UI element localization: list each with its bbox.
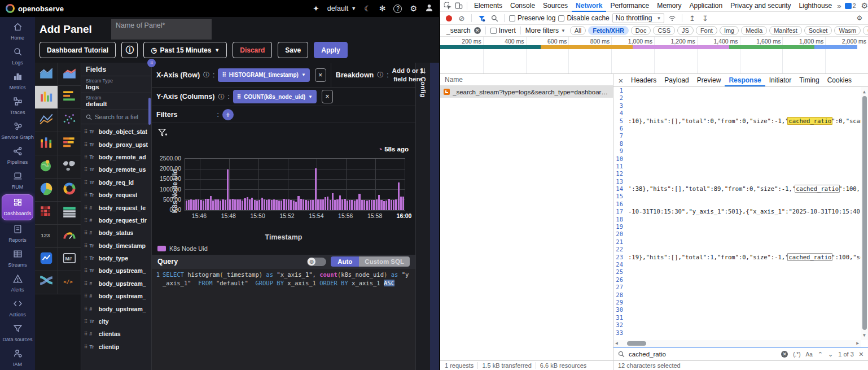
request-list-header[interactable]: Name [440,74,613,86]
filter-chip-fetch-xhr[interactable]: Fetch/XHR [588,26,629,35]
device-toolbar-icon[interactable] [454,1,464,11]
search-query-input[interactable]: cached_ratio [629,351,666,358]
chart-type-area-stacked[interactable] [58,63,81,86]
sidebar-item-home[interactable]: Home [0,19,35,44]
devtools-tab-memory[interactable]: Memory [653,0,685,12]
chart-type-maps[interactable] [58,155,81,179]
devtools-tab-console[interactable]: Console [506,0,539,12]
sidebar-item-iam[interactable]: IAM [0,346,35,370]
field-item[interactable]: ⠿#body_request_tir [81,214,151,227]
disable-cache-checkbox[interactable]: Disable cache [558,14,609,22]
fields-scrollbar[interactable] [148,98,151,125]
export-har-icon[interactable]: ↧ [700,13,710,23]
more-tabs-icon[interactable]: » [837,1,841,11]
slack-icon[interactable]: ✻ [379,4,386,13]
field-item[interactable]: ⠿Trbody_remote_ad [81,151,151,163]
field-item[interactable]: ⠿Trbody_req_id [81,176,151,189]
chart-type-html[interactable]: </> [58,271,81,294]
details-tab-preview[interactable]: Preview [693,75,725,86]
field-item[interactable]: ⠿Trbody_upstream_ [81,264,151,277]
field-item[interactable]: ⠿Trclientip [81,341,151,353]
chart-type-markdown[interactable]: M# [58,248,81,271]
settings-gear-icon[interactable]: ⚙ [860,1,868,11]
response-horizontal-scrollbar[interactable]: ◀▶ [613,340,861,347]
field-item[interactable]: ⠿Trcity [81,315,151,328]
import-har-icon[interactable]: ↥ [687,13,697,23]
chart-type-gauge[interactable] [58,225,81,248]
x-chip-remove-button[interactable]: × [315,68,326,82]
chart-legend[interactable]: K8s Node Uid [152,242,415,255]
details-tab-response[interactable]: Response [725,75,765,86]
add-filter-button[interactable]: + [222,109,234,120]
sidebar-item-dashboards[interactable]: Dashboards [2,194,33,220]
sidebar-item-pipelines[interactable]: Pipelines [0,143,35,168]
filter-chip-img[interactable]: Img [720,26,739,35]
sidebar-item-service-graph[interactable]: Service Graph [0,119,35,143]
org-selector[interactable]: default ▼ [327,5,356,12]
field-item[interactable]: ⠿#body_status [81,227,151,239]
discard-button[interactable]: Discard [233,42,272,58]
auto-mode-button[interactable]: Auto [331,256,359,267]
filter-chip-doc[interactable]: Doc [631,26,651,35]
field-item[interactable]: ⠿Trbody_remote_us [81,163,151,176]
filter-chip-media[interactable]: Media [741,26,767,35]
field-item[interactable]: ⠿#clientas [81,328,151,340]
sidebar-item-rum[interactable]: RUM [0,168,35,193]
next-match-icon[interactable]: ⌄ [828,351,833,358]
dashboard-tutorial-button[interactable]: Dashboard Tutorial [40,42,116,58]
network-settings-gear-icon[interactable]: ⚙ [854,13,865,23]
filter-chip-socket[interactable]: Socket [804,26,832,35]
help-icon[interactable]: ? [393,5,402,13]
openobserve-logo[interactable]: openobserve [6,4,64,13]
match-case-toggle[interactable]: Aa [806,351,813,358]
field-item[interactable]: ⠿Trbody_timestamp [81,240,151,252]
field-item[interactable]: ⠿#body_upstream_ [81,302,151,315]
field-item[interactable]: ⠿Trbody_type [81,252,151,264]
field-item[interactable]: ⠿#body_upstream_ [81,290,151,302]
previous-match-icon[interactable]: ⌃ [818,351,823,358]
custom-sql-button[interactable]: Custom SQL [359,256,410,267]
field-item[interactable]: ⠿#body_upstream_ [81,277,151,290]
devtools-tab-privacy-and-security[interactable]: Privacy and security [726,0,795,12]
config-side-tab[interactable]: Config [415,63,430,370]
throttling-select[interactable]: No throttling ▼ [612,13,665,23]
chart-type-metric[interactable]: 123 [35,225,58,248]
chart-plot-area[interactable] [185,158,405,211]
response-viewer[interactable]: 12345:10},"hits":[],"total":0,"from":0,"… [613,87,868,347]
more-filters-dropdown[interactable]: More filters ▼ [525,27,565,34]
devtools-tab-application[interactable]: Application [685,0,726,12]
chart-type-donut[interactable] [58,179,81,202]
save-button[interactable]: Save [278,42,308,58]
chart-type-line[interactable] [35,109,58,132]
details-tab-headers[interactable]: Headers [627,75,660,86]
filter-chip-all[interactable]: All [570,26,586,35]
inspect-element-icon[interactable] [442,1,453,11]
chart-type-area[interactable] [35,63,58,86]
apply-button[interactable]: Apply [314,42,347,58]
record-icon[interactable] [444,13,454,23]
filter-chip-manifest[interactable]: Manifest [769,26,802,35]
sidebar-item-metrics[interactable]: Metrics [0,69,35,94]
sidebar-item-actions[interactable]: Actions [0,296,35,321]
close-details-icon[interactable]: × [615,76,627,85]
y-chip-remove-button[interactable]: × [322,90,333,103]
add-filter-funnel-icon[interactable] [157,128,168,138]
gear-icon[interactable]: ⚙ [410,4,417,13]
field-item[interactable]: ⠿#body_request_le [81,201,151,214]
sparkle-icon[interactable]: ✦ [313,4,319,13]
sidebar-item-data-sources[interactable]: Data sources [0,321,35,346]
page-scrollbar[interactable] [430,63,439,370]
invert-checkbox[interactable]: Invert [490,27,516,34]
clear-search-icon[interactable]: ✕ [781,351,788,358]
devtools-tab-elements[interactable]: Elements [470,0,506,12]
details-tab-timing[interactable]: Timing [795,75,823,86]
chart-type-geomap[interactable] [35,155,58,179]
details-tab-cookies[interactable]: Cookies [823,75,856,86]
filter-chip-font[interactable]: Font [696,26,717,35]
sidebar-item-traces[interactable]: Traces [0,94,35,119]
devtools-tab-sources[interactable]: Sources [539,0,572,12]
chart-type-sankey[interactable] [35,271,58,294]
chart-type-heatmap[interactable] [35,202,58,225]
filter-input[interactable]: _search ✕ [446,27,481,34]
filter-chip-css[interactable]: CSS [653,26,675,35]
